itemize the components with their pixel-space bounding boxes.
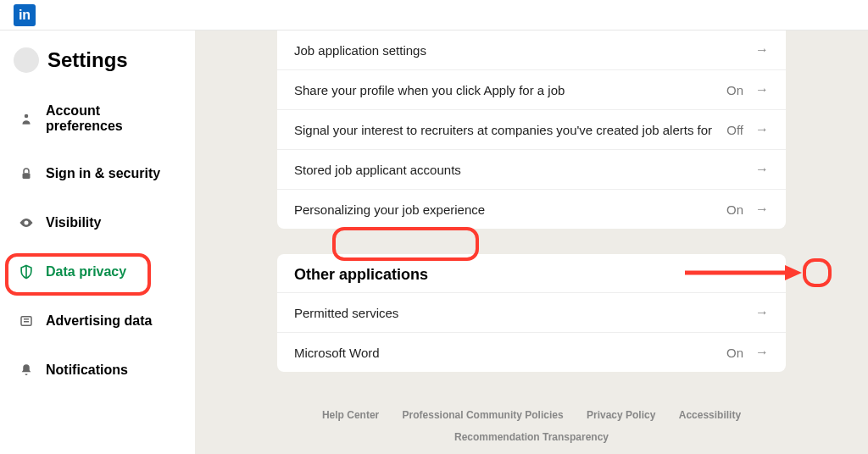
content-area: Job application settings → Share your pr… <box>195 30 868 454</box>
top-bar: in <box>0 0 868 30</box>
row-job-application-settings[interactable]: Job application settings → <box>277 30 786 69</box>
sidebar-item-label: Sign in & security <box>46 166 160 181</box>
jobs-settings-card: Job application settings → Share your pr… <box>277 30 786 229</box>
sidebar-item-notifications[interactable]: Notifications <box>14 351 181 390</box>
row-status: Off <box>726 123 743 137</box>
arrow-right-icon: → <box>755 345 769 360</box>
section-title-other-applications: Other applications <box>277 254 786 292</box>
row-microsoft-word[interactable]: Microsoft Word On → <box>277 332 786 372</box>
row-status: On <box>726 83 743 97</box>
arrow-right-icon: → <box>755 202 769 217</box>
avatar[interactable] <box>14 47 39 73</box>
sidebar-item-label: Advertising data <box>46 313 152 329</box>
lock-icon <box>17 164 36 183</box>
newspaper-icon <box>17 312 36 330</box>
linkedin-logo[interactable]: in <box>14 4 36 26</box>
sidebar-item-label: Data privacy <box>46 264 126 280</box>
footer-link[interactable]: Professional Community Policies <box>403 409 564 421</box>
arrow-right-icon: → <box>755 82 769 97</box>
sidebar-item-advertising-data[interactable]: Advertising data <box>14 302 181 340</box>
footer-link[interactable]: Help Center <box>322 409 379 421</box>
row-label: Job application settings <box>294 43 426 58</box>
row-label: Signal your interest to recruiters at co… <box>294 123 712 137</box>
arrow-right-icon: → <box>755 162 769 177</box>
sidebar-item-data-privacy[interactable]: Data privacy <box>14 252 181 291</box>
row-label: Permitted services <box>294 306 398 320</box>
row-share-profile-apply[interactable]: Share your profile when you click Apply … <box>277 69 786 109</box>
footer-link[interactable]: Accessibility <box>679 409 741 421</box>
row-stored-job-accounts[interactable]: Stored job applicant accounts → <box>277 149 786 189</box>
sidebar-item-label: Notifications <box>46 363 128 378</box>
sidebar: Settings Account preferences Sign in & s… <box>0 30 195 454</box>
row-personalizing-job-experience[interactable]: Personalizing your job experience On → <box>277 189 786 229</box>
row-label: Microsoft Word <box>294 346 380 360</box>
row-status: On <box>726 346 743 360</box>
eye-icon <box>17 213 36 232</box>
sidebar-item-label: Account preferences <box>46 103 178 134</box>
svg-point-0 <box>25 114 29 119</box>
row-label: Share your profile when you click Apply … <box>294 83 565 97</box>
footer-link[interactable]: Recommendation Transparency <box>454 431 609 443</box>
svg-rect-1 <box>23 173 31 179</box>
row-signal-interest-recruiters[interactable]: Signal your interest to recruiters at co… <box>277 109 786 149</box>
row-permitted-services[interactable]: Permitted services → <box>277 292 786 332</box>
sidebar-item-label: Visibility <box>46 215 102 230</box>
arrow-right-icon: → <box>755 42 769 58</box>
sidebar-item-sign-in-security[interactable]: Sign in & security <box>14 154 181 193</box>
shield-icon <box>17 263 36 281</box>
page-title: Settings <box>47 48 128 72</box>
other-applications-card: Other applications Permitted services → … <box>277 254 786 372</box>
person-icon <box>17 109 36 128</box>
footer-link[interactable]: Privacy Policy <box>587 409 655 421</box>
sidebar-item-account-preferences[interactable]: Account preferences <box>14 93 181 144</box>
row-label: Stored job applicant accounts <box>294 163 461 177</box>
bell-icon <box>17 361 36 379</box>
row-label: Personalizing your job experience <box>294 202 485 217</box>
settings-header: Settings <box>14 47 181 73</box>
arrow-right-icon: → <box>755 122 769 137</box>
footer: Help Center Professional Community Polic… <box>277 404 786 454</box>
arrow-right-icon: → <box>755 305 769 320</box>
sidebar-item-visibility[interactable]: Visibility <box>14 203 181 242</box>
row-status: On <box>726 202 743 217</box>
